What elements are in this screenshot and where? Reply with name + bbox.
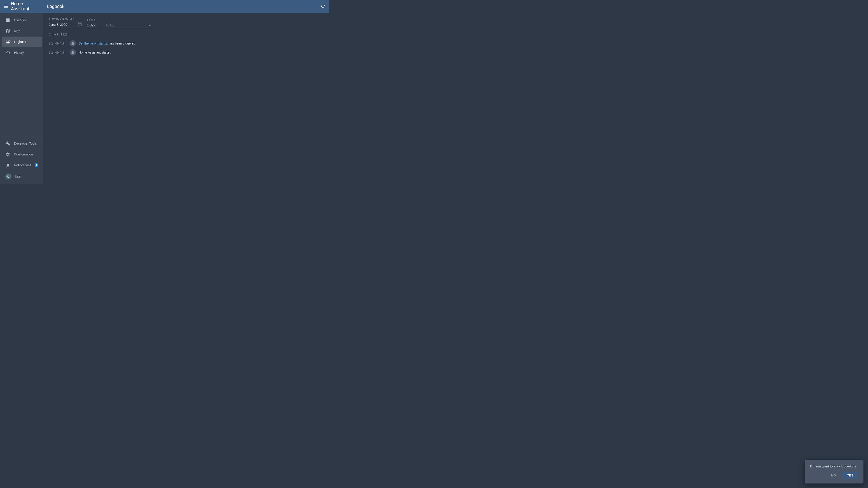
entity-filter-group: ▼ [106,23,151,28]
log-entry: 1:24:09 PM Home Assistant started [49,48,324,57]
bell-icon [5,163,10,168]
main-content: Logbook Showing entries for * [43,0,329,184]
sidebar-item-configuration-label: Configuration [14,153,33,156]
sidebar-bottom: Developer Tools Configuration Notificati… [0,136,43,184]
logbook-icon [5,39,10,44]
grid-icon [5,18,10,23]
gear-icon [5,152,10,157]
wrench-icon [5,141,10,146]
sidebar-header: Home Assistant [0,0,43,13]
sidebar-item-history[interactable]: History [2,47,41,58]
period-label: Period [87,19,101,22]
hamburger-menu-button[interactable] [4,5,8,8]
sidebar-item-developer-tools[interactable]: Developer Tools [2,138,41,149]
sidebar-item-developer-tools-label: Developer Tools [14,142,37,145]
date-input[interactable] [49,23,76,26]
chevron-down-icon: ▼ [148,24,151,27]
content-area: Showing entries for * Period 1 day [43,13,329,184]
sidebar-item-notifications-label: Notifications [14,163,31,167]
log-entry-time: 1:24:09 PM [49,51,67,54]
sidebar-item-user-label: User [15,175,22,178]
filter-row: Showing entries for * Period 1 day [49,17,324,28]
entity-input[interactable] [106,24,148,27]
user-avatar: U [5,173,11,180]
sidebar-item-logbook[interactable]: Logbook [2,37,41,47]
topbar: Logbook [43,0,329,13]
sidebar-item-overview-label: Overview [14,18,27,22]
log-entry-message: Set theme on startup has been triggered [79,41,135,45]
sidebar-item-map-label: Map [14,29,20,33]
sidebar-item-user[interactable]: U User [2,171,41,182]
entity-select-wrap: ▼ [106,23,151,28]
ha-logo-icon [70,40,76,46]
period-filter-group: Period 1 day [87,19,101,28]
sidebar-item-logbook-label: Logbook [14,40,26,43]
page-title: Logbook [47,4,64,9]
app-title: Home Assistant [11,1,40,11]
sidebar-item-overview[interactable]: Overview [2,15,41,25]
log-entry: 1:24:09 PM Set theme on startup has been… [49,39,324,48]
date-filter-label: Showing entries for * [49,17,82,20]
sidebar-item-history-label: History [14,51,24,55]
sidebar-item-map[interactable]: Map [2,26,41,36]
date-filter-group: Showing entries for * [49,17,82,28]
sidebar-nav: Overview Map Logbook Histo [0,13,43,136]
sidebar-item-notifications[interactable]: Notifications 1 [2,160,41,170]
date-input-wrap [49,21,82,28]
period-value[interactable]: 1 day [87,23,101,28]
refresh-button[interactable] [320,4,326,9]
log-entry-suffix: has been triggered [108,41,135,45]
history-icon [5,50,10,55]
log-entries: 1:24:09 PM Set theme on startup has been… [49,39,324,57]
notifications-badge: 1 [35,163,38,167]
log-entry-link[interactable]: Set theme on startup [79,41,108,45]
sidebar-item-configuration[interactable]: Configuration [2,149,41,160]
ha-logo-icon [70,49,76,56]
log-entry-time: 1:24:09 PM [49,42,67,45]
log-entry-message: Home Assistant started [79,51,111,54]
map-icon [5,29,10,33]
date-section-header: June 8, 2020 [49,33,324,36]
calendar-icon[interactable] [78,22,82,27]
sidebar: Home Assistant Overview Map [0,0,43,184]
